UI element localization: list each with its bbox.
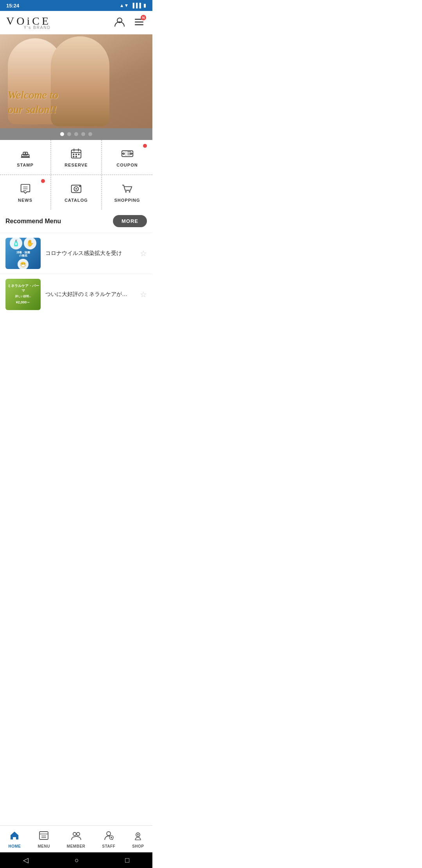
hero-welcome-line2: our salon!! bbox=[8, 102, 58, 117]
slide-dot-2[interactable] bbox=[67, 132, 71, 136]
slide-dot-3[interactable] bbox=[74, 132, 78, 136]
logo-voice-text: VOiCE bbox=[6, 16, 51, 27]
list-item-text-2: ついに大好評のミネラルケアが… bbox=[45, 291, 135, 298]
thumb-bubble-2: ✋ bbox=[24, 238, 36, 249]
news-label: NEWS bbox=[18, 198, 32, 203]
thumb-bubble-1: 🧴 bbox=[10, 238, 22, 249]
status-bar: 15:24 ▲▼ ▐▐▐ ▮ bbox=[0, 0, 152, 11]
hero-welcome-line1: Welcome to bbox=[8, 88, 58, 102]
coupon-notification-dot bbox=[143, 144, 147, 148]
app-header: VOiCE Y's BRAND N bbox=[0, 11, 152, 34]
logo: VOiCE Y's BRAND bbox=[6, 16, 51, 30]
signal-icon: ▐▐▐ bbox=[131, 3, 141, 8]
list-thumb-1: 🧴 ✋ 消毒・除菌の徹底 😷 bbox=[5, 238, 41, 269]
list-item-content-1: コロナウイルス感染拡大を受け bbox=[45, 249, 135, 257]
shopping-icon bbox=[121, 182, 134, 195]
coupon-icon bbox=[121, 147, 134, 160]
news-notification-dot bbox=[41, 179, 45, 183]
shopping-label: SHOPPING bbox=[114, 198, 140, 203]
svg-rect-3 bbox=[135, 24, 143, 25]
menu-button[interactable]: N bbox=[132, 15, 146, 30]
thumb-label-1: 消毒・除菌の徹底 bbox=[16, 251, 30, 258]
nav-news[interactable]: NEWS bbox=[0, 175, 51, 210]
slide-indicators bbox=[0, 128, 152, 140]
hero-banner: Welcome to our salon!! bbox=[0, 34, 152, 128]
battery-icon: ▮ bbox=[143, 3, 146, 8]
svg-rect-14 bbox=[78, 154, 80, 155]
svg-point-33 bbox=[125, 191, 127, 193]
svg-rect-2 bbox=[135, 22, 143, 23]
slide-dot-4[interactable] bbox=[81, 132, 85, 136]
thumb-bubble-3: 😷 bbox=[18, 259, 29, 269]
svg-rect-16 bbox=[75, 156, 77, 158]
stamp-icon bbox=[19, 147, 32, 160]
nav-coupon[interactable]: COUPON bbox=[102, 140, 152, 174]
svg-point-31 bbox=[75, 188, 77, 190]
hero-text: Welcome to our salon!! bbox=[8, 88, 58, 117]
list-item-text-1: コロナウイルス感染拡大を受け bbox=[45, 249, 135, 257]
more-button[interactable]: MORE bbox=[113, 215, 147, 227]
list-item[interactable]: ミネラルケア・パーマ 詳しい説明... ¥2,000～ ついに大好評のミネラルケ… bbox=[0, 274, 152, 315]
star-icon-2[interactable]: ☆ bbox=[140, 290, 147, 299]
nav-catalog[interactable]: CATALOG bbox=[51, 175, 102, 210]
status-icons: ▲▼ ▐▐▐ ▮ bbox=[120, 3, 146, 8]
svg-point-32 bbox=[79, 186, 81, 187]
svg-point-7 bbox=[25, 152, 26, 154]
svg-rect-13 bbox=[75, 154, 77, 155]
slide-dot-1[interactable] bbox=[60, 132, 64, 136]
nav-grid-row1: STAMP RESERVE bbox=[0, 140, 152, 175]
svg-point-20 bbox=[123, 153, 124, 154]
svg-rect-6 bbox=[21, 157, 30, 158]
header-action-icons: N bbox=[113, 15, 146, 30]
logo-brand-text: Y's BRAND bbox=[6, 26, 51, 30]
list-thumb-2: ミネラルケア・パーマ 詳しい説明... ¥2,000～ bbox=[5, 279, 41, 310]
reserve-label: RESERVE bbox=[64, 163, 88, 167]
nav-stamp[interactable]: STAMP bbox=[0, 140, 51, 174]
list-item[interactable]: 🧴 ✋ 消毒・除菌の徹底 😷 コロナウイルス感染拡大を受け ☆ bbox=[0, 233, 152, 274]
svg-rect-15 bbox=[73, 156, 75, 158]
status-time: 15:24 bbox=[6, 3, 19, 9]
svg-rect-4 bbox=[21, 154, 29, 157]
thumb-content-2: ミネラルケア・パーマ 詳しい説明... ¥2,000～ bbox=[5, 282, 41, 307]
catalog-label: CATALOG bbox=[64, 198, 88, 203]
svg-rect-12 bbox=[73, 154, 75, 155]
reserve-icon bbox=[70, 147, 83, 160]
star-icon-1[interactable]: ☆ bbox=[140, 249, 147, 258]
thumb-content: 🧴 ✋ 消毒・除菌の徹底 😷 bbox=[7, 238, 39, 269]
slide-dot-5[interactable] bbox=[88, 132, 92, 136]
svg-point-34 bbox=[129, 191, 130, 193]
wifi-icon: ▲▼ bbox=[120, 3, 129, 8]
nav-grid-row2: NEWS CATALOG SHOPPING bbox=[0, 175, 152, 210]
profile-button[interactable] bbox=[113, 15, 127, 30]
recommend-title: Recommend Menu bbox=[5, 218, 61, 225]
user-icon bbox=[114, 16, 125, 27]
news-icon bbox=[19, 182, 32, 195]
coupon-label: COUPON bbox=[116, 163, 138, 167]
list-item-content-2: ついに大好評のミネラルケアが… bbox=[45, 291, 135, 298]
notification-badge: N bbox=[141, 15, 146, 20]
stamp-label: STAMP bbox=[17, 163, 34, 167]
nav-shopping[interactable]: SHOPPING bbox=[102, 175, 152, 210]
catalog-icon bbox=[70, 182, 83, 195]
nav-reserve[interactable]: RESERVE bbox=[51, 140, 102, 174]
recommend-header: Recommend Menu MORE bbox=[0, 210, 152, 233]
